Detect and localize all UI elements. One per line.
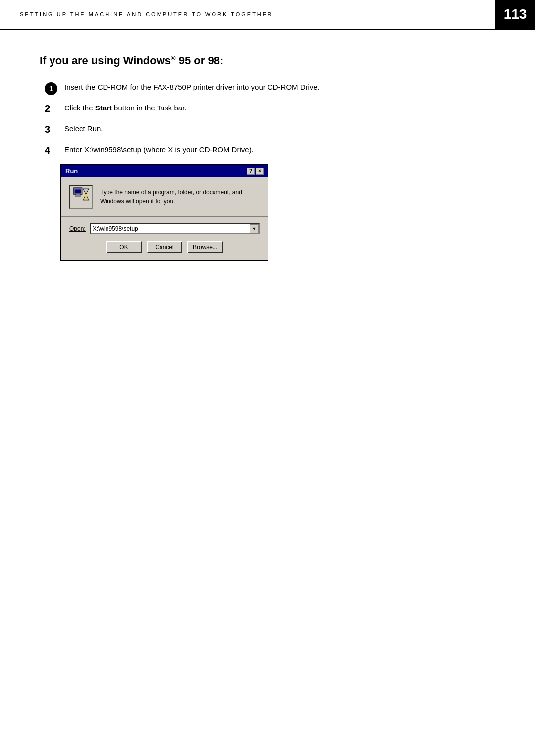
section-title: If you are using Windows® 95 or 98: xyxy=(40,54,495,67)
dialog-help-button[interactable]: ? xyxy=(247,168,255,175)
header-text: SETTING UP THE MACHINE AND COMPUTER TO W… xyxy=(20,11,273,17)
step-4-text: Enter X:\win9598\setup (where X is your … xyxy=(64,144,495,155)
run-dialog: Run ? × xyxy=(60,164,268,261)
open-input-wrapper: ▼ xyxy=(90,223,260,234)
browse-button[interactable]: Browse... xyxy=(187,241,223,253)
dialog-divider xyxy=(61,216,268,217)
step-3: 3 Select Run. xyxy=(45,123,495,137)
svg-rect-4 xyxy=(75,195,81,197)
step-2: 2 Click the Start button in the Task bar… xyxy=(45,102,495,116)
steps-list: 1 Insert the CD-ROM for the FAX-8750P pr… xyxy=(45,81,495,158)
svg-rect-8 xyxy=(83,200,89,201)
dialog-titlebar: Run ? × xyxy=(61,165,268,177)
dialog-description: Type the name of a program, folder, or d… xyxy=(100,188,242,206)
step-1-text: Insert the CD-ROM for the FAX-8750P prin… xyxy=(64,81,495,93)
step-1: 1 Insert the CD-ROM for the FAX-8750P pr… xyxy=(45,81,495,95)
page-number: 113 xyxy=(495,0,535,29)
step-4: 4 Enter X:\win9598\setup (where X is you… xyxy=(45,144,495,158)
svg-rect-7 xyxy=(83,188,89,189)
open-label: Open: xyxy=(69,225,86,232)
dialog-close-button[interactable]: × xyxy=(256,168,264,175)
svg-marker-5 xyxy=(83,189,89,194)
open-dropdown-button[interactable]: ▼ xyxy=(250,224,259,233)
ok-button[interactable]: OK xyxy=(106,241,142,253)
run-icon xyxy=(72,187,90,207)
dialog-top-section: Type the name of a program, folder, or d… xyxy=(69,185,260,209)
svg-point-10 xyxy=(85,197,88,199)
dialog-open-row: Open: ▼ xyxy=(69,223,260,234)
step-3-text: Select Run. xyxy=(64,123,495,134)
dialog-title-buttons: ? × xyxy=(247,168,264,175)
cancel-button[interactable]: Cancel xyxy=(147,241,182,253)
open-input[interactable] xyxy=(91,224,250,233)
main-content: If you are using Windows® 95 or 98: 1 In… xyxy=(0,30,535,281)
page-header: SETTING UP THE MACHINE AND COMPUTER TO W… xyxy=(0,0,535,30)
step-number-1: 1 xyxy=(45,82,57,95)
step-number-3: 3 xyxy=(45,122,60,137)
dialog-title: Run xyxy=(65,167,78,175)
dialog-buttons: OK Cancel Browse... xyxy=(69,241,260,253)
step-2-text: Click the Start button in the Task bar. xyxy=(64,102,495,113)
step-number-2: 2 xyxy=(45,101,60,116)
dialog-body: Type the name of a program, folder, or d… xyxy=(61,177,268,260)
svg-rect-2 xyxy=(75,189,81,190)
step-number-4: 4 xyxy=(45,143,60,158)
dialog-icon xyxy=(69,185,93,209)
